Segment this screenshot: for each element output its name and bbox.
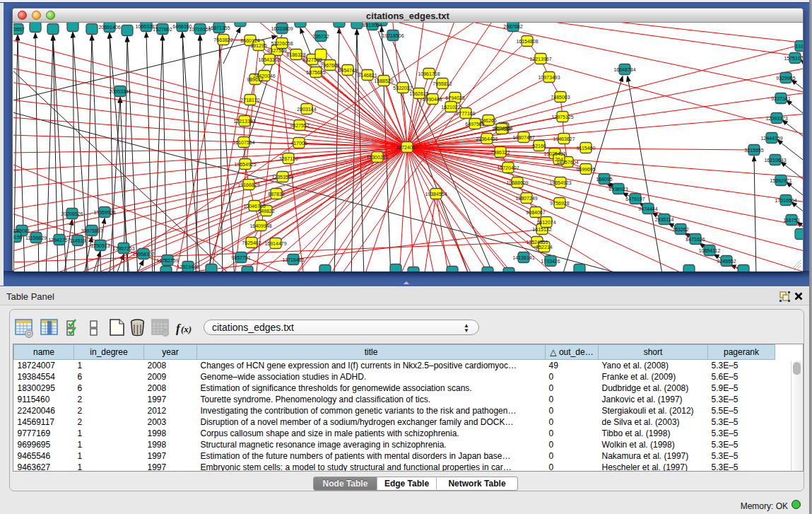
svg-text:6794028: 6794028 <box>445 95 464 100</box>
svg-text:2935114: 2935114 <box>655 217 674 222</box>
svg-text:24420046: 24420046 <box>253 74 275 78</box>
svg-text:1527602: 1527602 <box>153 27 172 32</box>
svg-text:185081: 185081 <box>13 228 30 233</box>
svg-text:746266: 746266 <box>480 118 496 123</box>
svg-text:9327509: 9327509 <box>267 48 286 53</box>
svg-text:9245652: 9245652 <box>717 259 736 264</box>
svg-text:19463627: 19463627 <box>553 136 575 141</box>
svg-text:19654923: 19654923 <box>549 180 571 185</box>
svg-text:12213383: 12213383 <box>233 119 255 124</box>
svg-text:10973493: 10973493 <box>538 75 560 80</box>
svg-text:16409948: 16409948 <box>249 223 271 228</box>
svg-text:763262: 763262 <box>672 227 688 232</box>
svg-text:8454749: 8454749 <box>338 68 357 73</box>
svg-text:16210643: 16210643 <box>764 158 786 163</box>
svg-text:9474444: 9474444 <box>638 206 657 211</box>
svg-text:30975887: 30975887 <box>81 228 102 233</box>
svg-text:16914479: 16914479 <box>264 241 286 246</box>
svg-text:8660124: 8660124 <box>240 38 259 43</box>
svg-text:9084067: 9084067 <box>526 210 545 215</box>
svg-text:1733426: 1733426 <box>541 259 560 264</box>
svg-text:11156829: 11156829 <box>25 235 47 240</box>
svg-text:(x): (x) <box>181 324 192 334</box>
svg-text:53226058: 53226058 <box>271 41 293 46</box>
svg-text:3267110: 3267110 <box>279 156 298 161</box>
svg-text:19166829: 19166829 <box>237 182 259 187</box>
svg-text:1562615: 1562615 <box>409 91 428 96</box>
svg-text:264: 264 <box>555 157 563 162</box>
svg-text:10046766: 10046766 <box>243 204 265 209</box>
svg-text:5322037: 5322037 <box>393 86 412 90</box>
svg-text:12213967: 12213967 <box>529 57 551 62</box>
svg-text:10025433: 10025433 <box>543 151 565 156</box>
svg-text:549822: 549822 <box>258 209 274 214</box>
svg-text:12353594: 12353594 <box>271 175 293 180</box>
svg-text:16107554: 16107554 <box>233 140 254 145</box>
svg-text:8938923: 8938923 <box>608 187 628 192</box>
svg-text:10654112: 10654112 <box>699 248 721 253</box>
svg-text:15751074: 15751074 <box>784 56 803 61</box>
svg-text:12093373: 12093373 <box>765 116 787 121</box>
svg-text:9227341: 9227341 <box>771 96 790 101</box>
svg-text:9857791: 9857791 <box>231 255 250 260</box>
svg-text:13716485: 13716485 <box>282 257 304 262</box>
svg-text:114519: 114519 <box>70 238 86 243</box>
svg-text:5875685: 5875685 <box>306 70 325 75</box>
svg-text:13524851: 13524851 <box>526 240 548 245</box>
svg-text:19218506: 19218506 <box>382 33 404 38</box>
svg-text:40557: 40557 <box>13 27 25 32</box>
svg-text:164095: 164095 <box>596 177 612 182</box>
svg-text:1615132: 1615132 <box>532 227 551 232</box>
svg-text:9756928: 9756928 <box>550 201 569 206</box>
svg-text:20691406: 20691406 <box>98 25 120 30</box>
svg-text:9827552: 9827552 <box>290 123 309 128</box>
svg-text:18724007: 18724007 <box>396 145 418 150</box>
svg-text:9329965: 9329965 <box>776 76 795 81</box>
svg-text:1312: 1312 <box>795 44 803 49</box>
svg-text:7485003: 7485003 <box>551 95 570 100</box>
svg-text:10688609: 10688609 <box>506 180 528 185</box>
svg-text:62160: 62160 <box>532 144 546 148</box>
svg-text:1588520: 1588520 <box>374 78 393 83</box>
svg-text:252214: 252214 <box>536 245 552 250</box>
svg-text:20053346: 20053346 <box>109 89 131 94</box>
svg-text:12444159: 12444159 <box>760 136 782 141</box>
svg-text:2087682: 2087682 <box>503 24 522 29</box>
svg-text:15692971: 15692971 <box>770 178 792 183</box>
svg-text:16154808: 16154808 <box>516 39 538 44</box>
svg-text:7986322: 7986322 <box>490 150 510 155</box>
svg-text:16782759: 16782759 <box>156 258 178 263</box>
svg-text:16033809: 16033809 <box>271 26 293 31</box>
svg-text:116753: 116753 <box>784 218 800 223</box>
svg-text:887833: 887833 <box>268 192 284 197</box>
svg-text:9699695: 9699695 <box>576 167 595 172</box>
svg-text:8813054: 8813054 <box>363 23 382 28</box>
svg-text:17359924: 17359924 <box>93 210 115 215</box>
svg-text:735722: 735722 <box>312 34 329 39</box>
svg-text:17957253: 17957253 <box>112 246 134 251</box>
svg-text:2718170: 2718170 <box>240 98 259 103</box>
svg-text:391295: 391295 <box>250 43 266 48</box>
svg-text:20206526: 20206526 <box>61 211 83 216</box>
svg-text:1612074: 1612074 <box>536 220 555 225</box>
svg-text:15720407: 15720407 <box>497 165 519 170</box>
svg-text:18300213: 18300213 <box>366 155 388 160</box>
svg-text:3215955: 3215955 <box>744 148 763 153</box>
svg-text:9777169: 9777169 <box>456 111 475 116</box>
svg-text:9327508: 9327508 <box>302 57 322 62</box>
svg-text:39159: 39159 <box>13 235 23 240</box>
svg-text:9115460: 9115460 <box>577 146 596 151</box>
svg-text:12942757: 12942757 <box>48 238 70 243</box>
svg-text:1621022: 1621022 <box>441 105 460 110</box>
svg-text:6479197: 6479197 <box>625 197 645 201</box>
svg-text:7663822: 7663822 <box>213 37 233 42</box>
svg-text:14136141: 14136141 <box>512 255 534 260</box>
svg-text:8471626: 8471626 <box>686 237 705 242</box>
svg-text:18807249: 18807249 <box>515 196 537 201</box>
svg-text:2803144: 2803144 <box>297 107 316 112</box>
svg-text:17016504: 17016504 <box>775 198 796 203</box>
svg-text:10958107: 10958107 <box>132 252 154 257</box>
svg-text:19384554: 19384554 <box>425 192 447 197</box>
svg-text:10807487: 10807487 <box>512 135 534 140</box>
svg-text:16648784: 16648784 <box>613 67 635 72</box>
